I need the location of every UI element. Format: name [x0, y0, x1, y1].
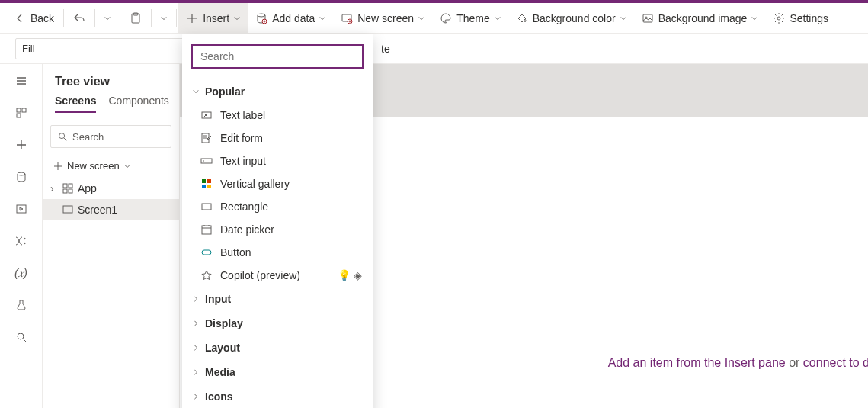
svg-rect-24	[202, 179, 206, 183]
rail-hamburger[interactable]	[14, 73, 29, 88]
canvas-hint: Add an item from the Insert pane or conn…	[608, 356, 868, 370]
tree-node-screen1[interactable]: Screen1	[43, 199, 179, 220]
tree-title: Tree view	[43, 64, 179, 95]
insert-item-copilot[interactable]: Copilot (preview) 💡 ◈	[182, 264, 373, 287]
theme-button[interactable]: Theme	[432, 3, 508, 34]
copilot-icon	[200, 269, 213, 281]
svg-rect-17	[69, 184, 72, 188]
hint-insert-link[interactable]: Add an item from the Insert pane	[608, 356, 786, 369]
app-icon	[62, 183, 73, 194]
tree-node-app[interactable]: › App	[43, 178, 179, 199]
back-button[interactable]: Back	[6, 3, 62, 34]
insert-section-popular[interactable]: Popular	[182, 79, 373, 104]
insert-label: Insert	[203, 12, 229, 24]
settings-label: Settings	[790, 12, 828, 24]
tree-new-screen-label: New screen	[67, 160, 120, 172]
formula-value[interactable]: te	[381, 43, 390, 55]
insert-dropdown: Popular Text label Edit form Text input …	[182, 34, 373, 408]
svg-rect-29	[202, 226, 211, 234]
insert-section-layout[interactable]: Layout	[182, 336, 373, 360]
item-label: Text label	[220, 109, 265, 121]
section-label: Input	[205, 293, 231, 305]
section-label: Display	[205, 317, 243, 329]
undo-menu[interactable]	[97, 3, 118, 34]
item-label: Vertical gallery	[220, 178, 290, 190]
svg-rect-27	[207, 185, 211, 188]
rectangle-icon	[200, 201, 213, 213]
insert-section-display[interactable]: Display	[182, 311, 373, 336]
command-bar: Back Insert Add data New screen Theme Ba…	[0, 3, 868, 34]
svg-rect-9	[17, 108, 21, 112]
gear-icon	[773, 12, 785, 24]
rail-variables-icon[interactable]: (𝑥)	[14, 265, 29, 281]
insert-item-edit-form[interactable]: Edit form	[182, 127, 373, 149]
svg-rect-10	[22, 108, 26, 112]
paste-button[interactable]	[122, 3, 149, 34]
insert-section-input[interactable]: Input	[182, 287, 373, 311]
tree-search-input[interactable]: Search	[50, 125, 171, 148]
tab-screens[interactable]: Screens	[55, 95, 96, 113]
svg-rect-23	[201, 159, 212, 163]
rail-flow-icon[interactable]	[14, 233, 29, 249]
insert-section-media[interactable]: Media	[182, 360, 373, 384]
bulb-icon: 💡	[338, 269, 351, 281]
insert-search-input[interactable]	[193, 46, 362, 67]
formula-bar: Fill te	[0, 34, 868, 64]
add-data-button[interactable]: Add data	[248, 3, 333, 34]
left-rail: (𝑥)	[0, 64, 43, 408]
popular-label: Popular	[205, 85, 245, 98]
settings-button[interactable]: Settings	[765, 3, 836, 34]
insert-item-date-picker[interactable]: Date picker	[182, 218, 373, 241]
rail-tests-icon[interactable]	[14, 297, 29, 313]
palette-icon	[440, 12, 452, 24]
insert-item-text-input[interactable]: Text input	[182, 149, 373, 172]
rail-data-icon[interactable]	[14, 169, 29, 185]
chevron-down-icon	[234, 15, 240, 21]
insert-section-icons[interactable]: Icons	[182, 384, 373, 408]
svg-rect-6	[643, 14, 652, 22]
insert-item-text-label[interactable]: Text label	[182, 104, 373, 127]
chevron-down-icon	[620, 15, 626, 21]
chevron-down-icon	[418, 15, 424, 21]
insert-item-vertical-gallery[interactable]: Vertical gallery	[182, 172, 373, 195]
screen-icon	[341, 12, 353, 24]
tree-search-placeholder: Search	[72, 131, 104, 143]
bg-image-button[interactable]: Background image	[634, 3, 766, 34]
insert-item-rectangle[interactable]: Rectangle	[182, 195, 373, 218]
separator	[63, 9, 64, 27]
svg-rect-11	[17, 114, 21, 117]
insert-button[interactable]: Insert	[178, 3, 248, 34]
hint-connect-link[interactable]: connect to d	[803, 356, 868, 369]
rail-media-icon[interactable]	[14, 201, 29, 217]
svg-point-2	[258, 14, 265, 17]
section-label: Layout	[205, 342, 240, 354]
insert-search[interactable]	[191, 44, 364, 69]
insert-item-button[interactable]: Button	[182, 241, 373, 264]
svg-point-12	[18, 172, 25, 175]
undo-button[interactable]	[66, 3, 93, 34]
section-label: Icons	[205, 390, 233, 403]
bg-color-label: Background color	[533, 12, 616, 24]
new-screen-label: New screen	[357, 12, 414, 24]
rail-search-icon[interactable]	[14, 329, 29, 345]
separator	[94, 9, 95, 27]
gallery-icon	[200, 178, 213, 190]
chevron-right-icon	[193, 345, 199, 351]
text-input-icon	[200, 155, 213, 167]
rail-insert-icon[interactable]	[14, 137, 29, 153]
property-selector[interactable]: Fill	[15, 38, 191, 59]
tree-node-app-label: App	[78, 182, 97, 194]
clipboard-icon	[130, 12, 142, 24]
screen-icon	[62, 204, 73, 215]
tree-tabs: Screens Components	[43, 95, 179, 119]
bg-color-button[interactable]: Background color	[508, 3, 634, 34]
tree-view-panel: Tree view Screens Components Search New …	[43, 64, 180, 408]
plus-icon	[53, 162, 62, 171]
new-screen-button[interactable]: New screen	[333, 3, 432, 34]
rail-tree-icon[interactable]	[14, 105, 29, 120]
chevron-right-icon: ›	[50, 182, 58, 194]
tree-new-screen[interactable]: New screen	[43, 154, 179, 178]
tab-components[interactable]: Components	[108, 95, 168, 113]
data-icon	[255, 12, 267, 24]
paste-menu[interactable]	[153, 3, 175, 34]
